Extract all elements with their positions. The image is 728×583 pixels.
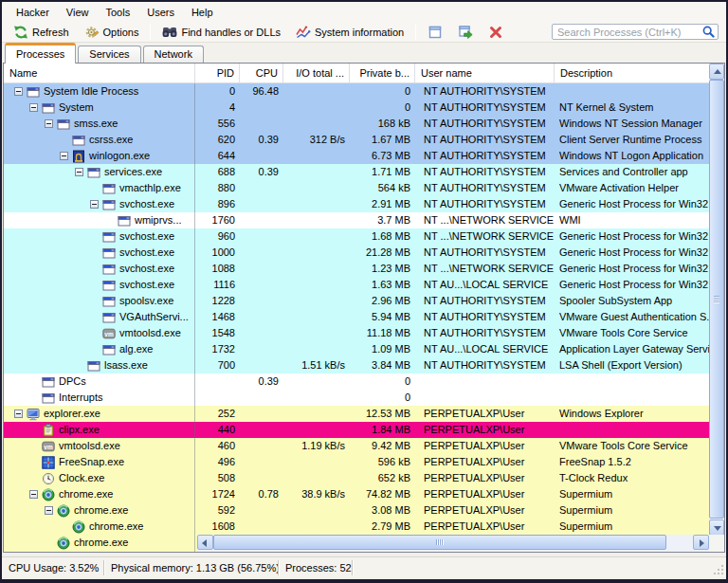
- tree-indent: [4, 91, 14, 92]
- process-row[interactable]: csrss.exe6200.39312 B/s1.67 MBNT AUTHORI…: [4, 132, 709, 148]
- process-row[interactable]: svchost.exe100021.28 MBNT AUTHORITY\SYST…: [4, 245, 709, 261]
- process-row[interactable]: svchost.exe10881.23 MBNT ...\NETWORK SER…: [4, 261, 709, 277]
- horizontal-scrollbar[interactable]: [197, 535, 709, 552]
- process-row[interactable]: Interrupts0: [4, 390, 709, 406]
- process-row[interactable]: chrome.exe16082.79 MBPERPETUALXP\UserSup…: [4, 519, 709, 535]
- menu-item-hacker[interactable]: Hacker: [8, 5, 58, 20]
- process-row[interactable]: chrome.exe17240.7838.9 kB/s74.82 MBPERPE…: [4, 486, 709, 502]
- vertical-scroll-thumb[interactable]: [709, 80, 724, 519]
- cpu-cell: [240, 116, 283, 132]
- expander-icon[interactable]: [45, 119, 53, 128]
- status-physical-memory: Physical memory: 1.13 GB (56.75%): [104, 560, 279, 575]
- expander-icon[interactable]: [60, 152, 68, 160]
- expander-icon[interactable]: [45, 506, 53, 515]
- process-row[interactable]: svchost.exe11161.63 MBNT AU...\LOCAL SER…: [4, 277, 709, 293]
- tree-indent: [4, 397, 29, 398]
- process-row[interactable]: svchost.exe9601.68 MBNT ...\NETWORK SERV…: [4, 228, 709, 245]
- scroll-right-button[interactable]: [693, 535, 709, 550]
- process-row[interactable]: services.exe6880.391.71 MBNT AUTHORITY\S…: [4, 164, 709, 180]
- tree-indent: [4, 188, 90, 189]
- scroll-up-button[interactable]: [709, 64, 724, 80]
- expander-icon[interactable]: [75, 168, 83, 176]
- user-name-cell: PERPETUALXP\User: [415, 406, 555, 422]
- cpu-cell: [240, 100, 283, 116]
- close-button[interactable]: [481, 23, 511, 42]
- process-row[interactable]: System40NT AUTHORITY\SYSTEMNT Kernel & S…: [4, 100, 709, 116]
- column-header-desc[interactable]: Description: [555, 64, 709, 83]
- new-window-button[interactable]: [420, 23, 450, 42]
- expander-icon[interactable]: [14, 87, 23, 96]
- column-header-name[interactable]: Name: [4, 64, 195, 83]
- tab-network[interactable]: Network: [143, 46, 204, 63]
- process-row[interactable]: Clock.exe508652 kBPERPETUALXP\UserT-Cloc…: [4, 470, 709, 486]
- process-row[interactable]: svchost.exe8962.91 MBNT AUTHORITY\SYSTEM…: [4, 196, 709, 212]
- expander-icon[interactable]: [29, 490, 38, 499]
- tab-services[interactable]: Services: [78, 46, 140, 63]
- column-header-io[interactable]: I/O total ...: [283, 64, 350, 83]
- cpu-cell: [240, 519, 283, 535]
- options-button[interactable]: Options: [77, 23, 147, 42]
- process-row[interactable]: clipx.exe4401.84 MBPERPETUALXP\User: [4, 422, 709, 438]
- chrome-icon: [57, 504, 70, 518]
- expander-icon[interactable]: [14, 410, 23, 418]
- process-row[interactable]: vmvmtoolsd.exe154811.18 MBNT AUTHORITY\S…: [4, 325, 709, 341]
- process-row[interactable]: vmacthlp.exe880564 kBNT AUTHORITY\SYSTEM…: [4, 180, 709, 196]
- process-row[interactable]: smss.exe556168 kBNT AUTHORITY\SYSTEMWind…: [4, 116, 709, 132]
- process-row[interactable]: winlogon.exe6446.73 MBNT AUTHORITY\SYSTE…: [4, 148, 709, 164]
- user-name-cell: PERPETUALXP\User: [415, 454, 555, 470]
- io-cell: [283, 148, 350, 164]
- horizontal-scroll-thumb[interactable]: [213, 535, 666, 550]
- system-information-button[interactable]: System information: [288, 23, 411, 42]
- description-cell: WMI: [555, 212, 709, 228]
- process-row[interactable]: VGAuthServi...14685.94 MBNT AUTHORITY\SY…: [4, 309, 709, 325]
- column-header-cpu[interactable]: CPU: [240, 64, 283, 83]
- tab-processes[interactable]: Processes: [5, 43, 76, 64]
- private-cell: 1.67 MB: [350, 132, 415, 148]
- process-row[interactable]: DPCs0.390: [4, 373, 709, 390]
- menu-item-help[interactable]: Help: [183, 5, 222, 20]
- expander-icon[interactable]: [29, 103, 38, 112]
- process-row[interactable]: FreeSnap.exe496596 kBPERPETUALXP\UserFre…: [4, 454, 709, 470]
- process-row[interactable]: explorer.exe25212.53 MBPERPETUALXP\UserW…: [4, 406, 709, 422]
- refresh-button[interactable]: Refresh: [6, 23, 77, 42]
- process-row[interactable]: lsass.exe7001.51 kB/s3.84 MBNT AUTHORITY…: [4, 357, 709, 373]
- name-cell: vmacthlp.exe: [4, 180, 195, 196]
- menu-item-view[interactable]: View: [58, 5, 98, 20]
- open-window-button[interactable]: [450, 23, 481, 42]
- private-cell: 0: [350, 100, 415, 116]
- user-name-cell: PERPETUALXP\User: [415, 519, 555, 535]
- scroll-left-button[interactable]: [197, 535, 213, 550]
- column-header-pid[interactable]: PID: [195, 64, 240, 83]
- user-name-cell: NT AUTHORITY\SYSTEM: [415, 357, 555, 373]
- process-name: csrss.exe: [89, 132, 133, 148]
- process-name: explorer.exe: [44, 406, 100, 422]
- process-row[interactable]: wmiprvs...17603.7 MBNT ...\NETWORK SERVI…: [4, 212, 709, 228]
- process-name: alg.exe: [119, 341, 153, 357]
- vertical-scrollbar[interactable]: [709, 64, 724, 536]
- menu-item-tools[interactable]: Tools: [98, 5, 139, 20]
- io-cell: [283, 325, 350, 341]
- column-header-private[interactable]: Private b...: [350, 64, 415, 83]
- name-cell: vmvmtoolsd.exe: [4, 325, 195, 341]
- search-input[interactable]: [552, 24, 719, 40]
- pid-cell: 620: [195, 132, 240, 148]
- io-cell: [283, 164, 350, 180]
- process-name: clipx.exe: [59, 422, 100, 438]
- find-handles-button[interactable]: Find handles or DLLs: [155, 23, 288, 42]
- resize-grip[interactable]: [714, 565, 725, 576]
- tree-indent: [4, 284, 90, 285]
- process-row[interactable]: vmvmtoolsd.exe4601.19 kB/s9.42 MBPERPETU…: [4, 438, 709, 454]
- description-cell: Client Server Runtime Process: [555, 132, 709, 148]
- expander-icon[interactable]: [90, 200, 99, 209]
- column-header-user[interactable]: User name: [415, 64, 555, 83]
- user-name-cell: PERPETUALXP\User: [415, 486, 555, 502]
- description-cell: Generic Host Process for Win32: [555, 277, 709, 293]
- menu-item-users[interactable]: Users: [138, 5, 183, 20]
- process-row[interactable]: alg.exe17321.09 MBNT AU...\LOCAL SERVICE…: [4, 341, 709, 357]
- io-cell: [283, 196, 350, 212]
- process-row[interactable]: chrome.exe5923.08 MBPERPETUALXP\UserSupe…: [4, 502, 709, 519]
- process-row[interactable]: spoolsv.exe12282.96 MBNT AUTHORITY\SYSTE…: [4, 293, 709, 309]
- scroll-down-button[interactable]: [709, 519, 724, 536]
- process-row[interactable]: System Idle Process096.480NT AUTHORITY\S…: [4, 83, 709, 100]
- pid-cell: 0: [195, 83, 240, 100]
